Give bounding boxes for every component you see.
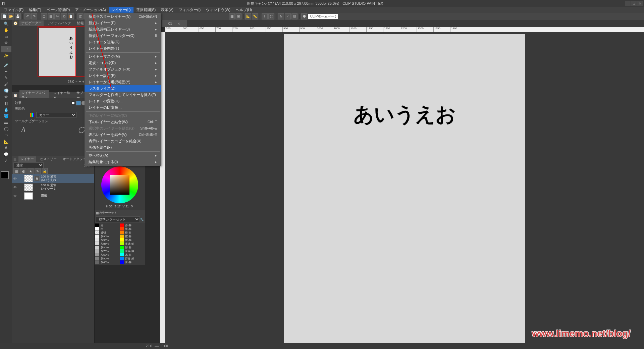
tool-ruler-icon[interactable]: 📐 <box>1 139 11 145</box>
menu-window[interactable]: ウィンドウ(W) <box>203 7 233 13</box>
menu-file[interactable]: ファイル(F) <box>1 7 26 13</box>
history-tab[interactable]: ヒストリー <box>38 156 59 162</box>
layer-row[interactable]: 👁 用紙 <box>12 192 94 200</box>
visibility-icon[interactable]: 👁 <box>13 185 17 190</box>
menu-item[interactable]: 新規色調補正レイヤー(J)▸ <box>85 26 161 33</box>
canvas-page[interactable]: あいうえお <box>284 34 525 349</box>
menu-edit[interactable]: 編集(E) <box>26 7 44 13</box>
menu-selection[interactable]: 選択範囲(S) <box>133 7 159 13</box>
menu-item[interactable]: 新規ラスターレイヤー(N)Ctrl+Shift+N <box>85 13 161 20</box>
toolbar-copy-icon[interactable]: ⧉ <box>61 13 67 19</box>
tool-frame-icon[interactable]: ▭ <box>1 132 11 138</box>
menu-page[interactable]: ページ管理(P) <box>44 7 73 13</box>
toolbar-redo-icon[interactable]: ↷ <box>31 13 37 19</box>
toolbar-save-icon[interactable]: 💾 <box>15 13 21 19</box>
visibility-icon[interactable]: 👁 <box>13 176 17 181</box>
color-swatch[interactable] <box>120 231 124 234</box>
color-swatch[interactable] <box>95 231 99 234</box>
toolbar-cut-icon[interactable]: ✂ <box>54 13 60 19</box>
tool-wand-icon[interactable]: ✨ <box>1 53 11 59</box>
menu-item[interactable]: レイヤー設定(P)▸ <box>85 72 161 79</box>
menu-item[interactable]: 新規レイヤー(E)▸ <box>85 20 161 26</box>
text-tool-icon[interactable]: A <box>21 126 25 133</box>
menu-item[interactable]: 編集対象にする(I)▸ <box>85 159 161 165</box>
hsv-toggle-icon[interactable]: ⟳ <box>131 205 133 208</box>
toolbar-open-icon[interactable]: 📂 <box>8 13 14 19</box>
toolbar-new-icon[interactable]: 📄 <box>1 13 7 19</box>
menu-item[interactable]: 定規・コマ枠(R)▸ <box>85 60 161 66</box>
menu-view[interactable]: 表示(V) <box>158 7 176 13</box>
tool-text-icon[interactable]: A <box>1 145 11 151</box>
tool-move-icon[interactable]: ✋ <box>1 27 11 33</box>
color-swatch[interactable] <box>95 242 99 245</box>
menu-item[interactable]: 並べ替え(A)▸ <box>85 152 161 159</box>
menu-item[interactable]: ファイルオブジェクト(X)▸ <box>85 66 161 72</box>
color-swatch[interactable] <box>95 223 99 227</box>
tool-figure-icon[interactable]: ◯ <box>1 126 11 132</box>
menu-item[interactable]: レイヤーの変換(H)... <box>85 98 161 104</box>
tool-decoration-icon[interactable]: ✿ <box>1 94 11 100</box>
tool-pen-icon[interactable]: ✒ <box>1 68 11 74</box>
menu-item[interactable]: レイヤーマスク(M)▸ <box>85 53 161 60</box>
menu-item[interactable]: 新規レイヤーフォルダー(O)5 <box>85 33 161 39</box>
menu-item[interactable]: レイヤーを削除(T) <box>85 45 161 52</box>
zoom-slider[interactable]: ━ <box>79 80 81 84</box>
tool-airbrush-icon[interactable]: 💨 <box>1 88 11 94</box>
toolbar-undo-icon[interactable]: ↶ <box>24 13 31 19</box>
visibility-icon[interactable]: 👁 <box>13 194 17 198</box>
tool-eraser-icon[interactable]: ◧ <box>1 100 11 106</box>
color-square[interactable] <box>110 175 129 195</box>
toolbar-clear-icon[interactable]: ◻ <box>41 13 47 19</box>
color-swatch[interactable] <box>120 227 124 231</box>
tool-blend-icon[interactable]: 💧 <box>1 107 11 113</box>
toolbar-paste-icon[interactable]: 📋 <box>68 13 74 19</box>
layer-row[interactable]: 👁 100 % 通常 レイヤー 1 <box>12 183 94 192</box>
color-swatch[interactable] <box>95 246 99 249</box>
menu-item[interactable]: レイヤーから選択範囲(Y)▸ <box>85 79 161 85</box>
balloon-tool-icon[interactable]: ◯ <box>78 126 85 133</box>
color-swatch[interactable] <box>95 253 99 256</box>
canvas-viewport[interactable]: あいうえお <box>165 32 644 343</box>
menu-item[interactable]: フォルダーを作成してレイヤーを挿入(F) <box>85 92 161 98</box>
tool-balloon-icon[interactable]: 💬 <box>1 151 11 157</box>
color-swatch[interactable] <box>120 253 124 256</box>
color-swatch[interactable] <box>120 242 124 245</box>
menu-item[interactable]: レイヤーのLT変換... <box>85 104 161 111</box>
blend-mode-select[interactable]: 通常 <box>13 162 44 168</box>
color-swatch[interactable] <box>120 246 124 249</box>
toolbar-fill-icon[interactable]: ▦ <box>48 13 54 19</box>
itembank-tab[interactable]: アイテムバンク <box>46 20 73 26</box>
toolbar-clip-icon[interactable]: ⬢ <box>301 13 307 19</box>
clip-mask-icon[interactable]: ◐ <box>20 168 26 174</box>
tool-marquee-icon[interactable]: ⬚ <box>1 46 11 52</box>
color-swatch[interactable] <box>95 227 99 231</box>
toolbar-snap-icon[interactable]: ⊞ <box>235 13 241 19</box>
colorset-tab[interactable]: カラーセット <box>99 211 117 215</box>
tool-brush-icon[interactable]: 🖌 <box>1 81 11 87</box>
toolbar-transform-icon[interactable]: ◫ <box>77 13 84 19</box>
clip-homepage-input[interactable] <box>308 14 338 19</box>
navigator-thumbnail[interactable]: あいうえお <box>39 28 76 76</box>
reference-icon[interactable]: ★ <box>28 168 34 174</box>
toolbar-ruler1-icon[interactable]: 📐 <box>245 13 251 19</box>
menu-filter[interactable]: フィルター(I) <box>176 7 203 13</box>
minimize-button[interactable]: — <box>625 1 631 6</box>
menu-animation[interactable]: アニメーション(A) <box>72 7 109 13</box>
close-tab-icon[interactable]: ✕ <box>177 22 180 26</box>
colorset-menu-icon[interactable]: 🔧 <box>140 218 144 221</box>
menu-item[interactable]: 表示レイヤーを結合(V)Ctrl+Shift+E <box>85 132 161 138</box>
tone-effect-icon[interactable] <box>76 101 81 105</box>
color-swatch[interactable] <box>95 260 99 264</box>
toolbar-snap-grid-icon[interactable]: ⊟ <box>291 13 298 19</box>
tool-move-layer-icon[interactable]: ✥ <box>1 40 11 46</box>
tool-pencil-icon[interactable]: ✎ <box>1 75 11 81</box>
layer-row[interactable]: 👁 A 100 % 通常 あいうえお <box>12 174 94 183</box>
border-effect-icon[interactable] <box>71 101 75 105</box>
color-swatch[interactable] <box>120 257 124 260</box>
color-mode-select[interactable]: カラー <box>36 112 76 118</box>
color-swatch[interactable] <box>120 260 124 264</box>
toolbar-move-icon[interactable]: ⬚ <box>268 13 274 19</box>
toolbar-grid-icon[interactable]: ▦ <box>229 13 235 19</box>
toolbar-snap-ruler-icon[interactable]: N <box>278 13 284 19</box>
tool-zoom-icon[interactable]: 🔍 <box>1 21 11 27</box>
